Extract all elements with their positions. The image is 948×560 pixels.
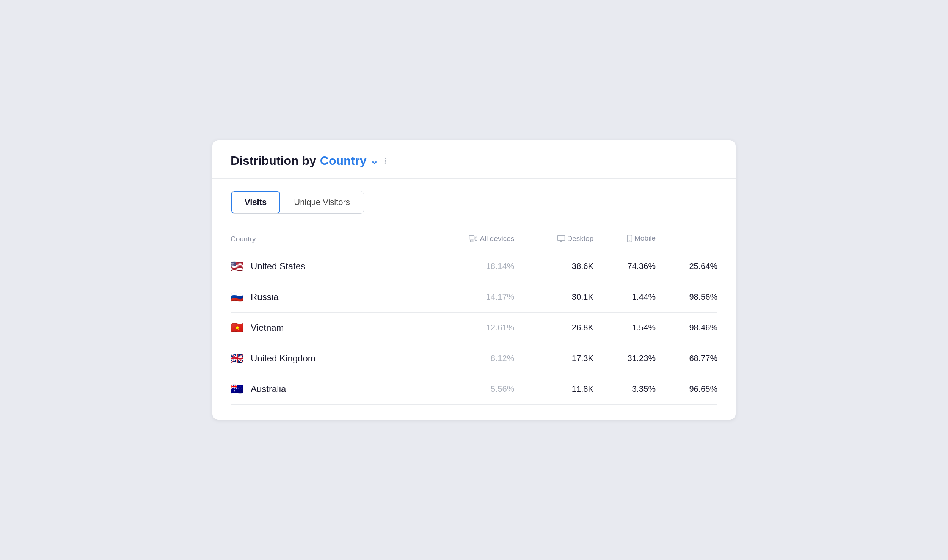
country-cell: 🇻🇳 Vietnam xyxy=(231,312,416,343)
country-cell: 🇺🇸 United States xyxy=(231,251,416,282)
tab-unique-visitors[interactable]: Unique Visitors xyxy=(280,191,364,213)
country-flag: 🇻🇳 xyxy=(231,322,244,333)
table-row: 🇻🇳 Vietnam 12.61% 26.8K 1.54% 98.46% xyxy=(231,312,717,343)
distribution-card: Distribution by Country ⌄ i Visits Uniqu… xyxy=(212,140,736,420)
mobile-icon xyxy=(627,235,632,242)
country-name: United States xyxy=(251,261,305,272)
title-static: Distribution by xyxy=(231,154,316,168)
country-cell: 🇦🇺 Australia xyxy=(231,374,416,404)
country-name: Russia xyxy=(251,292,278,302)
country-flag: 🇺🇸 xyxy=(231,261,244,272)
svg-point-8 xyxy=(629,240,630,241)
col-header-country: Country xyxy=(231,229,416,251)
country-flag: 🇦🇺 xyxy=(231,384,244,394)
title-highlight: Country xyxy=(320,154,367,168)
country-cell: 🇬🇧 United Kingdom xyxy=(231,343,416,374)
all-devices-icon xyxy=(469,235,477,242)
desktop-pct: 74.36% xyxy=(593,251,656,282)
table-row: 🇺🇸 United States 18.14% 38.6K 74.36% 25.… xyxy=(231,251,717,282)
mobile-pct: 68.77% xyxy=(656,343,717,374)
desktop-pct: 3.35% xyxy=(593,374,656,404)
col-header-mobile: Mobile xyxy=(593,229,656,251)
card-header: Distribution by Country ⌄ i xyxy=(212,140,736,179)
country-name: United Kingdom xyxy=(251,353,315,364)
country-name: Vietnam xyxy=(251,322,284,333)
visits-count: 17.3K xyxy=(514,343,593,374)
chevron-down-icon[interactable]: ⌄ xyxy=(370,155,378,167)
visits-count: 11.8K xyxy=(514,374,593,404)
country-name: Australia xyxy=(251,384,286,394)
desktop-pct: 31.23% xyxy=(593,343,656,374)
country-flag: 🇷🇺 xyxy=(231,292,244,302)
desktop-pct: 1.44% xyxy=(593,282,656,312)
svg-rect-2 xyxy=(475,237,477,240)
all-devices-pct: 8.12% xyxy=(416,343,515,374)
card-title: Distribution by Country ⌄ i xyxy=(231,154,717,168)
visits-count: 26.8K xyxy=(514,312,593,343)
all-devices-pct: 12.61% xyxy=(416,312,515,343)
all-devices-pct: 5.56% xyxy=(416,374,515,404)
card-body: Visits Unique Visitors Country xyxy=(212,179,736,420)
desktop-pct: 1.54% xyxy=(593,312,656,343)
mobile-pct: 25.64% xyxy=(656,251,717,282)
country-flag: 🇬🇧 xyxy=(231,353,244,364)
all-devices-pct: 18.14% xyxy=(416,251,515,282)
country-cell: 🇷🇺 Russia xyxy=(231,282,416,312)
visits-count: 38.6K xyxy=(514,251,593,282)
col-header-desktop: Desktop xyxy=(514,229,593,251)
mobile-pct: 96.65% xyxy=(656,374,717,404)
mobile-pct: 98.46% xyxy=(656,312,717,343)
visits-count: 30.1K xyxy=(514,282,593,312)
mobile-pct: 98.56% xyxy=(656,282,717,312)
svg-rect-0 xyxy=(469,235,474,239)
table-header-row: Country All devices xyxy=(231,229,717,251)
desktop-icon xyxy=(557,235,565,242)
all-devices-pct: 14.17% xyxy=(416,282,515,312)
tab-visits[interactable]: Visits xyxy=(231,191,280,213)
table-row: 🇦🇺 Australia 5.56% 11.8K 3.35% 96.65% xyxy=(231,374,717,404)
svg-rect-4 xyxy=(557,236,565,241)
country-table: Country All devices xyxy=(231,229,717,405)
info-icon[interactable]: i xyxy=(384,156,386,166)
tab-group: Visits Unique Visitors xyxy=(231,191,364,214)
table-row: 🇷🇺 Russia 14.17% 30.1K 1.44% 98.56% xyxy=(231,282,717,312)
table-row: 🇬🇧 United Kingdom 8.12% 17.3K 31.23% 68.… xyxy=(231,343,717,374)
col-header-all-devices: All devices xyxy=(416,229,515,251)
